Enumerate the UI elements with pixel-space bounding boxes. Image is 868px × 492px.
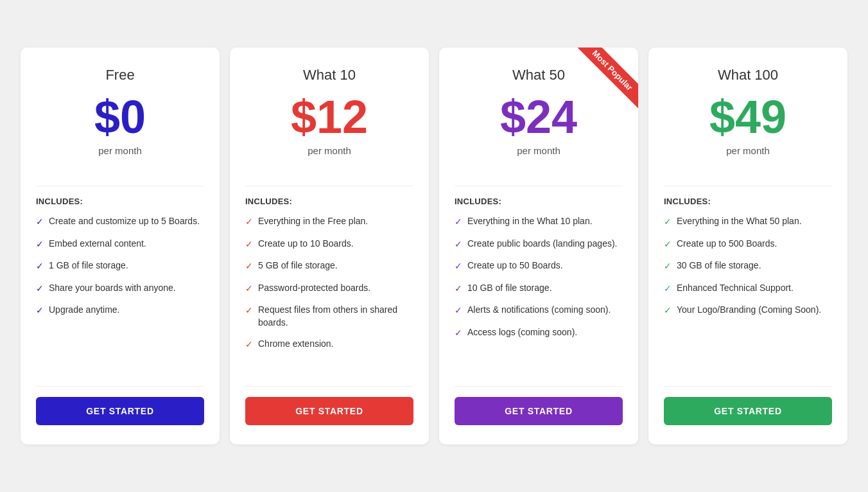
includes-label: INCLUDES: [36, 197, 204, 206]
check-icon: ✓ [664, 283, 672, 295]
includes-label: INCLUDES: [245, 197, 413, 206]
feature-text: Everything in the Free plan. [258, 215, 368, 228]
feature-text: 30 GB of file storage. [677, 259, 761, 272]
plan-price: $0 [36, 94, 204, 140]
feature-text: Alerts & notifications (coming soon). [467, 304, 611, 317]
get-started-button-what50[interactable]: GET STARTED [455, 397, 623, 425]
check-icon: ✓ [664, 260, 672, 273]
feature-item: ✓Everything in the What 10 plan. [455, 215, 623, 229]
check-icon: ✓ [664, 304, 672, 317]
includes-label: INCLUDES: [664, 197, 832, 206]
check-icon: ✓ [36, 260, 44, 273]
divider [245, 186, 413, 186]
features-list: ✓Everything in the What 50 plan.✓Create … [664, 215, 832, 360]
pricing-container: Free$0per monthINCLUDES:✓Create and cust… [13, 48, 855, 444]
feature-item: ✓5 GB of file storage. [245, 259, 413, 273]
check-icon: ✓ [664, 238, 672, 251]
feature-item: ✓Share your boards with anyone. [36, 282, 204, 295]
feature-text: Your Logo/Branding (Coming Soon). [677, 304, 821, 317]
get-started-button-what100[interactable]: GET STARTED [664, 397, 832, 425]
divider [245, 386, 413, 387]
check-icon: ✓ [36, 216, 44, 229]
check-icon: ✓ [455, 304, 462, 317]
feature-item: ✓Create public boards (landing pages). [455, 238, 623, 251]
check-icon: ✓ [245, 216, 253, 229]
feature-text: Create up to 10 Boards. [258, 238, 354, 250]
check-icon: ✓ [36, 304, 44, 317]
plan-header-what50: What 50$24per month [455, 67, 623, 163]
feature-item: ✓Embed external content. [36, 238, 204, 251]
check-icon: ✓ [245, 304, 253, 317]
plan-header-free: Free$0per month [36, 67, 204, 163]
feature-item: ✓Create and customize up to 5 Boards. [36, 215, 204, 229]
feature-text: Create up to 50 Boards. [467, 259, 563, 272]
divider [455, 386, 623, 387]
pricing-card-free: Free$0per monthINCLUDES:✓Create and cust… [21, 48, 220, 444]
check-icon: ✓ [36, 238, 44, 251]
per-month-label: per month [245, 145, 413, 156]
feature-text: 1 GB of file storage. [49, 259, 128, 272]
feature-item: ✓Enhanced Technical Support. [664, 282, 832, 295]
features-list: ✓Create and customize up to 5 Boards.✓Em… [36, 215, 204, 360]
feature-item: ✓Request files from others in shared boa… [245, 304, 413, 329]
divider [36, 186, 204, 186]
divider [36, 386, 204, 387]
feature-text: Upgrade anytime. [49, 304, 120, 317]
check-icon: ✓ [36, 283, 44, 295]
check-icon: ✓ [245, 338, 253, 351]
feature-text: Everything in the What 50 plan. [677, 215, 802, 228]
divider [664, 186, 832, 186]
feature-text: 10 GB of file storage. [467, 282, 552, 295]
feature-item: ✓Alerts & notifications (coming soon). [455, 304, 623, 317]
feature-item: ✓Everything in the Free plan. [245, 215, 413, 229]
get-started-button-what10[interactable]: GET STARTED [245, 397, 413, 425]
plan-header-what100: What 100$49per month [664, 67, 832, 163]
feature-item: ✓Create up to 10 Boards. [245, 238, 413, 251]
pricing-card-what50: Most PopularWhat 50$24per monthINCLUDES:… [439, 48, 638, 444]
pricing-card-what10: What 10$12per monthINCLUDES:✓Everything … [230, 48, 429, 444]
feature-item: ✓Create up to 500 Boards. [664, 238, 832, 251]
feature-item: ✓Your Logo/Branding (Coming Soon). [664, 304, 832, 317]
includes-label: INCLUDES: [455, 197, 623, 206]
feature-item: ✓10 GB of file storage. [455, 282, 623, 295]
feature-item: ✓Access logs (coming soon). [455, 326, 623, 340]
check-icon: ✓ [455, 260, 462, 273]
plan-name: Free [36, 67, 204, 83]
feature-text: Password-protected boards. [258, 282, 370, 295]
feature-text: Create and customize up to 5 Boards. [49, 215, 200, 228]
feature-item: ✓Chrome extension. [245, 338, 413, 351]
per-month-label: per month [664, 145, 832, 156]
check-icon: ✓ [245, 238, 253, 251]
plan-price: $12 [245, 94, 413, 140]
plan-header-what10: What 10$12per month [245, 67, 413, 163]
feature-text: Enhanced Technical Support. [677, 282, 794, 295]
per-month-label: per month [455, 145, 623, 156]
divider [664, 386, 832, 387]
plan-price: $24 [455, 94, 623, 140]
check-icon: ✓ [664, 216, 672, 229]
check-icon: ✓ [455, 216, 462, 229]
get-started-button-free[interactable]: GET STARTED [36, 397, 204, 425]
feature-text: Create public boards (landing pages). [467, 238, 617, 250]
features-list: ✓Everything in the What 10 plan.✓Create … [455, 215, 623, 360]
feature-text: Create up to 500 Boards. [677, 238, 777, 250]
feature-item: ✓Upgrade anytime. [36, 304, 204, 317]
check-icon: ✓ [455, 283, 462, 295]
plan-name: What 50 [455, 67, 623, 83]
feature-item: ✓1 GB of file storage. [36, 259, 204, 273]
per-month-label: per month [36, 145, 204, 156]
feature-item: ✓30 GB of file storage. [664, 259, 832, 273]
feature-text: Access logs (coming soon). [467, 326, 577, 339]
feature-item: ✓Create up to 50 Boards. [455, 259, 623, 273]
plan-name: What 10 [245, 67, 413, 83]
feature-text: Request files from others in shared boar… [258, 304, 413, 329]
feature-item: ✓Everything in the What 50 plan. [664, 215, 832, 229]
check-icon: ✓ [455, 238, 462, 251]
divider [455, 186, 623, 186]
check-icon: ✓ [455, 327, 462, 340]
features-list: ✓Everything in the Free plan.✓Create up … [245, 215, 413, 360]
pricing-card-what100: What 100$49per monthINCLUDES:✓Everything… [648, 48, 847, 444]
check-icon: ✓ [245, 260, 253, 273]
feature-text: Share your boards with anyone. [49, 282, 176, 295]
check-icon: ✓ [245, 283, 253, 295]
